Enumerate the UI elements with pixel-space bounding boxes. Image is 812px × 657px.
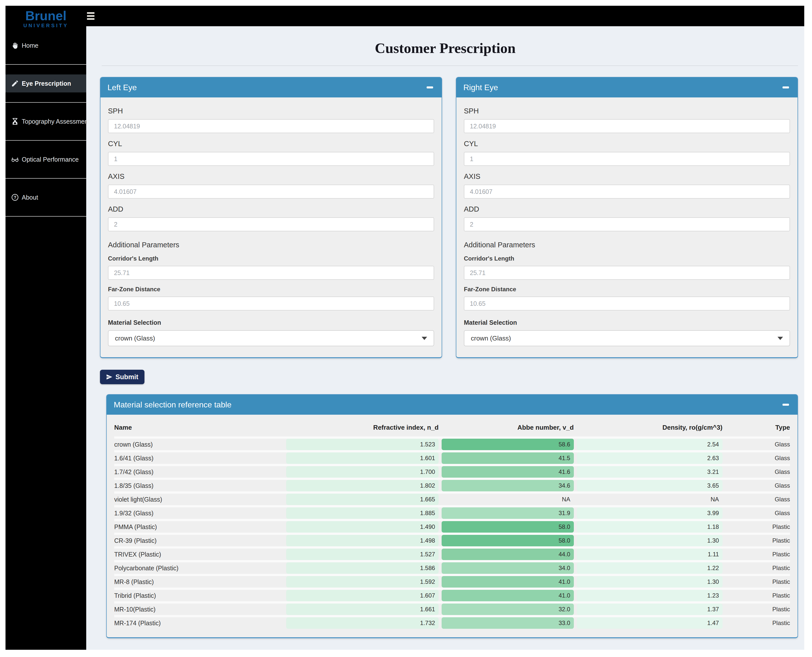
material-select-value: crown (Glass) [471,335,511,342]
material-name: MR-8 (Plastic) [114,575,283,589]
value-bar: 1.47 [577,617,723,629]
table-row: CR-39 (Plastic)1.49858.01.30Plastic [114,534,790,548]
cyl-input[interactable] [108,152,434,166]
refractive-index-cell: 1.586 [283,561,439,575]
table-row: MR-10(Plastic)1.66132.01.37Plastic [114,603,790,616]
axis-field: AXIS [464,172,790,199]
column-header-refractive-index-n-d: Refractive index, n_d [283,417,439,437]
material-name: TRIVEX (Plastic) [114,548,283,561]
material-select[interactable]: crown (Glass) [108,330,434,346]
brunel-university-logo: Brunel UNIVERSITY [6,6,86,28]
right-eye-panel-header: Right Eye [457,78,798,97]
material-name: Polycarbonate (Plastic) [114,561,283,575]
logo-line1: Brunel [6,9,86,22]
abbe-number-cell: 32.0 [439,603,574,616]
axis-input[interactable] [464,185,790,199]
material-name: 1.7/42 (Glass) [114,465,283,479]
left-eye-panel: Left EyeSPHCYLAXISADDAdditional Paramete… [100,77,442,358]
density-cell: 1.18 [574,520,723,534]
table-row: 1.9/32 (Glass)1.88531.93.99Glass [114,506,790,520]
additional-parameters-title: Additional Parameters [108,241,434,249]
sidebar-item-label: About [22,194,38,201]
refractive-index-cell: 1.523 [283,437,439,451]
refractive-index-cell: 1.601 [283,451,439,465]
sidebar-item-optical-performance[interactable]: Optical Performance [6,141,86,179]
cyl-field: CYL [108,140,434,166]
value-bar: 1.23 [577,590,723,601]
sidebar-item-eye-prescription[interactable]: Eye Prescription [6,65,86,103]
value-bar: 1.732 [286,617,439,629]
collapse-minus-icon[interactable] [781,402,790,407]
value-bar: 2.63 [577,452,723,464]
axis-input[interactable] [108,185,434,199]
add-input[interactable] [108,217,434,231]
material-select[interactable]: crown (Glass) [464,330,790,346]
refractive-index-cell: 1.490 [283,520,439,534]
refractive-index-cell: 1.527 [283,548,439,561]
sidebar-toggle-menu-icon[interactable] [87,11,95,21]
value-bar: 58.0 [442,535,574,546]
refractive-index-cell: 1.700 [283,465,439,479]
material-name: 1.6/41 (Glass) [114,451,283,465]
density-cell: 3.21 [574,465,723,479]
value-bar: 1.30 [577,535,723,546]
far-zone-distance-input[interactable] [464,297,790,310]
value-bar: 1.30 [577,576,723,587]
value-bar: 41.6 [442,466,574,478]
collapse-minus-icon[interactable] [425,85,435,90]
material-select-value: crown (Glass) [115,335,155,342]
collapse-minus-icon[interactable] [781,85,790,90]
add-input[interactable] [464,217,790,231]
left-eye-panel-title: Left Eye [108,83,137,92]
density-cell: 1.23 [574,589,723,603]
material-name: Tribrid (Plastic) [114,589,283,603]
abbe-number-cell: 41.0 [439,589,574,603]
sph-input[interactable] [464,119,790,133]
corridor-s-length-input[interactable] [464,266,790,280]
sidebar-item-about[interactable]: ?About [6,179,86,216]
sidebar-item-home[interactable]: Home [6,27,86,65]
cyl-input[interactable] [464,152,790,166]
corridor-s-length-input[interactable] [108,266,434,280]
table-row: crown (Glass)1.52358.62.54Glass [114,437,790,451]
table-row: PMMA (Plastic)1.49058.01.18Plastic [114,520,790,534]
material-selection-label: Material Selection [108,319,434,326]
app-screen: Brunel UNIVERSITY HomeEye PrescriptionTo… [0,0,812,657]
far-zone-distance-input[interactable] [108,297,434,310]
density-cell: 3.99 [574,506,723,520]
hand-icon [11,42,19,50]
abbe-number-cell: 41.5 [439,451,574,465]
submit-button[interactable]: Submit [100,370,145,384]
abbe-number-cell: 33.0 [439,616,574,629]
cyl-label: CYL [464,140,790,148]
value-bar: 1.490 [286,521,439,532]
value-bar: 1.498 [286,535,439,546]
refractive-index-cell: 1.802 [283,479,439,493]
density-cell: 1.11 [574,548,723,561]
sidebar-item-topography-assessment[interactable]: Topography Assessment [6,103,86,141]
material-reference-panel: Material selection reference table NameR… [106,394,798,638]
refractive-index-cell: 1.592 [283,575,439,589]
na-value: NA [577,494,723,505]
additional-parameters-title: Additional Parameters [464,241,790,249]
sidebar-menu: HomeEye PrescriptionTopography Assessmen… [6,27,86,216]
material-type: Plastic [723,520,790,534]
material-selection-label: Material Selection [464,319,790,326]
material-type: Plastic [723,616,790,629]
density-cell: 1.30 [574,575,723,589]
submit-label: Submit [115,373,139,381]
sph-input[interactable] [108,119,434,133]
right-eye-panel-title: Right Eye [463,83,498,92]
density-cell: 1.30 [574,534,723,548]
value-bar: 1.885 [286,508,439,519]
add-field: ADD [464,205,790,231]
abbe-number-cell: 44.0 [439,548,574,561]
density-cell: 1.22 [574,561,723,575]
value-bar: 2.54 [577,439,723,450]
sph-field: SPH [464,107,790,133]
reference-table: NameRefractive index, n_dAbbe number, v_… [114,417,790,629]
value-bar: 1.661 [286,604,439,615]
hourglass-icon [11,117,19,125]
far-zone-distance-field: Far-Zone Distance [464,286,790,310]
corridor-s-length-label: Corridor's Length [464,255,790,262]
